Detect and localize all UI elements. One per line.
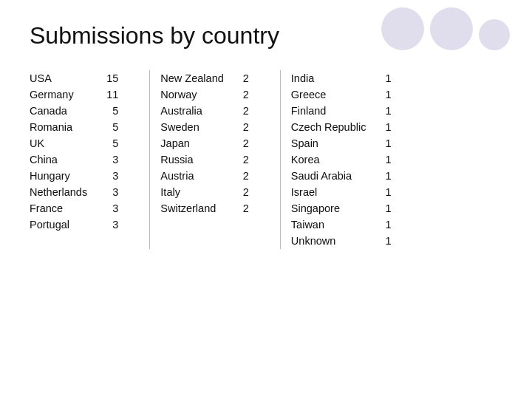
table-row: Israel1: [291, 184, 398, 200]
country-name: New Zealand: [160, 70, 228, 86]
country-name: Norway: [160, 86, 228, 103]
table-row: Austria2: [160, 168, 255, 184]
country-name: Taiwan: [291, 216, 371, 233]
country-name: China: [30, 151, 92, 168]
circle-1: [381, 7, 424, 50]
country-count: 1: [370, 184, 397, 200]
country-name: Portugal: [30, 216, 92, 233]
table-row: Unknown1: [291, 233, 398, 249]
table-row: USA15: [30, 70, 124, 86]
table-row: Saudi Arabia1: [291, 168, 398, 184]
country-count: 1: [370, 86, 397, 103]
country-count: 2: [228, 168, 255, 184]
country-name: Israel: [291, 184, 371, 200]
country-count: 2: [228, 86, 255, 103]
circle-2: [430, 7, 473, 50]
table-row: Singapore1: [291, 200, 398, 216]
country-name: Austria: [160, 168, 228, 184]
table-row: Norway2: [160, 86, 255, 103]
country-count: 2: [228, 200, 255, 216]
table-row: Sweden2: [160, 119, 255, 135]
table-row: Spain1: [291, 135, 398, 151]
country-name: Unknown: [291, 233, 371, 249]
country-name: Switzerland: [160, 200, 228, 216]
table-row: Russia2: [160, 151, 255, 168]
country-count: 5: [92, 119, 124, 135]
country-name: Korea: [291, 151, 371, 168]
country-count: 1: [370, 216, 397, 233]
country-count: 1: [370, 233, 397, 249]
country-count: 2: [228, 151, 255, 168]
table-row: Italy2: [160, 184, 255, 200]
country-count: 11: [92, 86, 124, 103]
country-name: Czech Republic: [291, 119, 371, 135]
divider-2: [280, 70, 281, 249]
table-row: Hungary3: [30, 168, 124, 184]
country-name: USA: [30, 70, 92, 86]
country-name: Australia: [160, 103, 228, 119]
country-name: Italy: [160, 184, 228, 200]
country-name: Canada: [30, 103, 92, 119]
country-name: India: [291, 70, 371, 86]
table-row: Taiwan1: [291, 216, 398, 233]
table-row: Australia2: [160, 103, 255, 119]
country-count: 1: [370, 103, 397, 119]
country-name: Finland: [291, 103, 371, 119]
table-row: Korea1: [291, 151, 398, 168]
table-row: France3: [30, 200, 124, 216]
table-row: Greece1: [291, 86, 398, 103]
country-count: 3: [92, 151, 124, 168]
country-count: 1: [370, 151, 397, 168]
table-3: India1Greece1Finland1Czech Republic1Spai…: [291, 70, 398, 249]
country-count: 1: [370, 135, 397, 151]
country-count: 3: [92, 184, 124, 200]
country-name: Spain: [291, 135, 371, 151]
country-name: Greece: [291, 86, 371, 103]
table-row: India1: [291, 70, 398, 86]
country-count: 3: [92, 168, 124, 184]
country-count: 2: [228, 135, 255, 151]
country-count: 2: [228, 119, 255, 135]
table-row: Finland1: [291, 103, 398, 119]
table-row: Portugal3: [30, 216, 124, 233]
tables-container: USA15Germany11Canada5Romania5UK5China3Hu…: [30, 70, 502, 249]
table-row: Romania5: [30, 119, 124, 135]
page: Submissions by country USA15Germany11Can…: [0, 0, 532, 399]
country-name: Germany: [30, 86, 92, 103]
country-name: Singapore: [291, 200, 371, 216]
divider-1: [149, 70, 150, 249]
country-count: 2: [228, 103, 255, 119]
country-count: 3: [92, 216, 124, 233]
table-row: Germany11: [30, 86, 124, 103]
country-name: Netherlands: [30, 184, 92, 200]
table-row: Canada5: [30, 103, 124, 119]
country-count: 3: [92, 200, 124, 216]
table-row: New Zealand2: [160, 70, 255, 86]
country-count: 1: [370, 70, 397, 86]
table-row: Czech Republic1: [291, 119, 398, 135]
country-count: 1: [370, 168, 397, 184]
country-name: UK: [30, 135, 92, 151]
circle-3: [479, 19, 510, 50]
table-2: New Zealand2Norway2Australia2Sweden2Japa…: [160, 70, 255, 216]
country-count: 15: [92, 70, 124, 86]
country-name: Romania: [30, 119, 92, 135]
country-name: Russia: [160, 151, 228, 168]
country-count: 1: [370, 200, 397, 216]
country-count: 2: [228, 70, 255, 86]
table-1: USA15Germany11Canada5Romania5UK5China3Hu…: [30, 70, 124, 233]
country-count: 1: [370, 119, 397, 135]
country-name: France: [30, 200, 92, 216]
country-count: 5: [92, 103, 124, 119]
table-row: China3: [30, 151, 124, 168]
country-name: Sweden: [160, 119, 228, 135]
country-name: Japan: [160, 135, 228, 151]
country-name: Saudi Arabia: [291, 168, 371, 184]
table-row: UK5: [30, 135, 124, 151]
table-row: Netherlands3: [30, 184, 124, 200]
country-count: 2: [228, 184, 255, 200]
country-count: 5: [92, 135, 124, 151]
table-row: Switzerland2: [160, 200, 255, 216]
table-row: Japan2: [160, 135, 255, 151]
country-name: Hungary: [30, 168, 92, 184]
